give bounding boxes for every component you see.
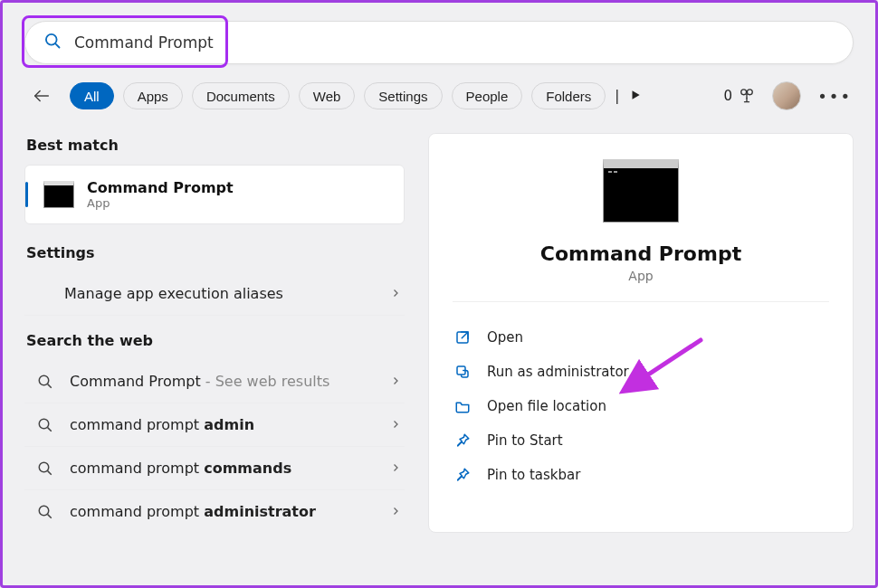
search-icon [37, 504, 57, 520]
svg-point-10 [39, 462, 49, 472]
action-pin-taskbar[interactable]: Pin to taskbar [453, 458, 829, 492]
chevron-right-icon [390, 373, 401, 390]
back-button[interactable] [26, 81, 57, 111]
search-box[interactable] [24, 21, 854, 64]
action-label: Pin to Start [487, 432, 563, 449]
action-open[interactable]: Open [453, 320, 829, 355]
action-label: Pin to taskbar [487, 467, 580, 483]
svg-line-13 [48, 514, 52, 517]
svg-line-7 [48, 384, 52, 387]
svg-line-11 [48, 470, 52, 474]
search-icon [43, 32, 62, 53]
settings-item-aliases[interactable]: Manage app execution aliases [24, 272, 405, 316]
command-prompt-icon [43, 181, 74, 208]
app-title: Command Prompt [540, 242, 741, 265]
more-button[interactable]: ••• [817, 87, 852, 106]
pin-icon [454, 432, 472, 449]
chevron-right-icon [390, 416, 401, 433]
best-match-subtitle: App [87, 196, 234, 210]
settings-heading: Settings [26, 244, 405, 261]
svg-point-8 [39, 419, 49, 429]
svg-point-6 [39, 375, 49, 385]
web-result-1[interactable]: command prompt admin [24, 403, 405, 447]
user-avatar[interactable] [772, 81, 801, 110]
folder-icon [454, 398, 472, 414]
svg-point-12 [39, 506, 49, 516]
action-label: Run as administrator [487, 364, 629, 380]
web-heading: Search the web [26, 332, 405, 349]
pin-icon [454, 467, 472, 483]
svg-point-4 [741, 90, 747, 95]
search-icon [37, 417, 57, 433]
action-pin-start[interactable]: Pin to Start [453, 423, 829, 458]
search-container [24, 21, 854, 64]
command-prompt-icon [603, 159, 679, 223]
filter-apps[interactable]: Apps [123, 82, 183, 109]
svg-line-9 [48, 427, 52, 431]
best-match-heading: Best match [26, 137, 405, 154]
filter-settings[interactable]: Settings [364, 82, 442, 109]
search-input[interactable] [74, 33, 835, 52]
shield-icon [454, 364, 472, 380]
chevron-right-icon [390, 460, 401, 477]
web-result-0[interactable]: Command Prompt - See web results [24, 360, 405, 403]
action-label: Open file location [487, 398, 606, 414]
web-result-2[interactable]: command prompt commands [24, 447, 405, 490]
filter-row: All Apps Documents Web Settings People F… [24, 81, 854, 111]
filter-all[interactable]: All [70, 82, 114, 109]
svg-marker-3 [633, 90, 640, 99]
search-icon [37, 374, 57, 390]
rewards-count: 0 [724, 88, 733, 104]
trophy-icon [738, 87, 756, 105]
filter-overflow-indicator: | [615, 88, 620, 104]
search-icon [37, 460, 57, 477]
rewards-indicator[interactable]: 0 [724, 87, 757, 105]
best-match-card[interactable]: Command Prompt App [24, 165, 405, 224]
filter-web[interactable]: Web [299, 82, 356, 109]
filter-folders[interactable]: Folders [531, 82, 606, 109]
action-label: Open [487, 329, 523, 346]
svg-line-1 [55, 43, 59, 47]
svg-line-15 [462, 332, 468, 338]
web-result-3[interactable]: command prompt administrator [24, 490, 405, 533]
app-subtitle: App [628, 269, 653, 283]
results-column: Best match Command Prompt App Settings M… [24, 133, 405, 533]
filter-documents[interactable]: Documents [192, 82, 290, 109]
open-icon [454, 329, 472, 346]
chevron-right-icon [390, 285, 401, 302]
best-match-title: Command Prompt [87, 179, 234, 196]
chevron-right-icon [390, 503, 401, 520]
action-run-admin[interactable]: Run as administrator [453, 355, 829, 389]
action-open-location[interactable]: Open file location [453, 389, 829, 423]
app-hero: Command Prompt App [453, 159, 829, 302]
filter-people[interactable]: People [452, 82, 523, 109]
filter-next-button[interactable] [629, 88, 642, 105]
detail-panel: Command Prompt App Open Run as administr… [428, 133, 854, 533]
svg-point-5 [748, 90, 753, 95]
